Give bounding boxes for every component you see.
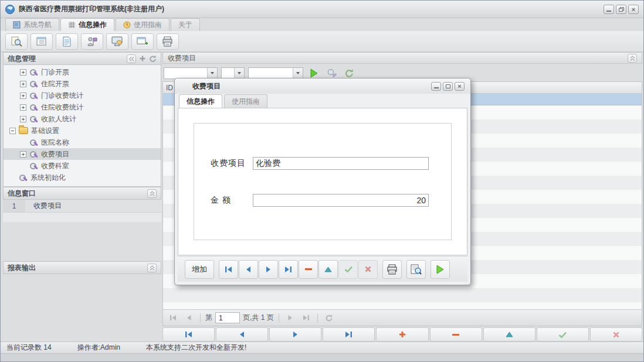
nav-last-button[interactable] (279, 260, 298, 279)
organization-button[interactable] (81, 33, 103, 50)
sidebar: 信息管理 +门诊开票 +住院开票 +门诊收费统计 +住院收费统计 +收款人统计 … (3, 52, 161, 341)
page-number-input[interactable] (215, 312, 240, 323)
dialog-maximize-button[interactable] (443, 82, 453, 91)
info-window-row[interactable]: 1 收费项目 (3, 200, 161, 213)
new-window-button[interactable] (131, 33, 154, 50)
expand-plus-icon[interactable]: + (20, 104, 26, 111)
print-record-button[interactable] (382, 260, 402, 279)
list-view-button[interactable] (30, 33, 53, 50)
record-last-button[interactable] (323, 327, 375, 341)
tab-about[interactable]: 关于 (171, 18, 200, 31)
document-button[interactable] (56, 33, 78, 50)
confirm-button[interactable] (338, 260, 358, 279)
dialog-minimize-button[interactable] (431, 82, 441, 91)
restore-button[interactable] (616, 5, 626, 14)
edit-up-icon (324, 267, 332, 272)
expand-plus-icon[interactable]: + (20, 93, 26, 99)
tree-item-outpatient-billing[interactable]: +门诊开票 (4, 66, 161, 78)
search-button[interactable] (5, 33, 28, 50)
print-button[interactable] (157, 33, 179, 50)
dialog-tab-info-operation[interactable]: 信息操作 (179, 94, 222, 108)
expand-plus-icon[interactable]: + (20, 116, 26, 122)
add-icon[interactable] (139, 55, 146, 62)
confirm-check-icon (558, 332, 567, 338)
filter-combo-1[interactable] (164, 67, 218, 79)
dialog-tab-user-guide[interactable]: 使用指南 (224, 94, 267, 108)
add-record-button[interactable]: 增加 (185, 260, 214, 279)
record-confirm-button[interactable] (537, 327, 589, 341)
edit-record-button[interactable] (318, 260, 338, 279)
close-icon: × (457, 83, 461, 89)
dialog-title-bar[interactable]: 收费项目 × (175, 78, 470, 94)
record-first-button[interactable] (162, 327, 215, 341)
minimize-button[interactable] (604, 5, 614, 14)
collapse-minus-icon[interactable]: − (9, 128, 16, 134)
sidebar-collapse-button[interactable] (127, 54, 136, 63)
tool-icon (29, 91, 38, 100)
expand-plus-icon[interactable]: + (20, 69, 26, 76)
record-cancel-button[interactable] (590, 327, 642, 341)
tree-item-outpatient-stats[interactable]: +门诊收费统计 (4, 90, 161, 101)
content-collapse-button[interactable] (628, 54, 637, 63)
nav-last-icon (303, 315, 310, 321)
info-management-header: 信息管理 (3, 52, 161, 65)
report-output-header: 报表输出 (3, 261, 161, 274)
page-first-button[interactable] (167, 312, 179, 324)
collapse-up-icon (630, 56, 635, 61)
status-message: 本系统支持二次开发和全新开发! (146, 343, 246, 353)
tool-icon (29, 115, 38, 124)
cancel-button[interactable] (358, 260, 378, 279)
record-next-button[interactable] (269, 327, 321, 341)
tree-item-payee-stats[interactable]: +收款人统计 (4, 113, 161, 125)
tab-info-operation[interactable]: 信息操作 (60, 18, 114, 31)
print-preview-button[interactable] (406, 260, 426, 279)
info-window-collapse-button[interactable] (147, 189, 157, 198)
report-output-collapse-button[interactable] (147, 264, 157, 272)
tab-system-nav[interactable]: 系统导航 (5, 18, 59, 31)
tree-item-fee-department[interactable]: 收费科室 (4, 160, 161, 172)
dialog-tab-strip: 信息操作 使用指南 (175, 94, 470, 108)
dialog-close-button[interactable]: × (455, 82, 465, 91)
filter-combo-2[interactable] (221, 67, 245, 79)
page-prev-button[interactable] (182, 312, 195, 324)
nav-prev-button[interactable] (239, 260, 258, 279)
close-button[interactable]: × (628, 5, 639, 14)
expand-plus-icon[interactable]: + (20, 151, 26, 158)
tab-user-guide[interactable]: 使用指南 (116, 18, 170, 31)
dialog-toolbar: 增加 (178, 256, 467, 282)
tree-item-fee-items[interactable]: +收费项目 (4, 148, 161, 160)
app-window: { "window": { "title": "陕西省医疗费用票据打印管理系统(… (0, 0, 644, 362)
record-delete-button[interactable] (430, 327, 482, 341)
amount-input[interactable] (253, 194, 429, 207)
record-add-button[interactable] (376, 327, 428, 341)
paging-toolbar: 第 页,共 1 页 (162, 310, 642, 326)
nav-first-button[interactable] (219, 260, 238, 279)
tool-icon (29, 150, 38, 159)
nav-last-icon (345, 331, 352, 338)
filter-combo-3[interactable] (248, 67, 303, 79)
fee-item-input[interactable] (253, 157, 429, 170)
delete-record-button[interactable] (299, 260, 318, 279)
tree-item-system-init[interactable]: 系统初始化 (4, 172, 161, 183)
tool-icon (29, 138, 38, 147)
run-play-icon (436, 265, 445, 274)
nav-first-icon (185, 331, 192, 338)
tree-item-basic-settings[interactable]: −基础设置 (4, 125, 161, 136)
page-refresh-button[interactable] (323, 312, 335, 324)
confirm-check-icon (344, 266, 352, 272)
page-next-button[interactable] (284, 312, 297, 324)
pager-prefix-label: 第 (205, 313, 212, 323)
page-last-button[interactable] (300, 312, 313, 324)
tree-item-hospital-name[interactable]: 医院名称 (4, 136, 161, 148)
refresh-icon (344, 69, 354, 78)
nav-next-button[interactable] (259, 260, 278, 279)
search-document-icon (11, 36, 22, 47)
record-prev-button[interactable] (216, 327, 268, 341)
tree-item-inpatient-billing[interactable]: +住院开票 (4, 78, 161, 90)
run-button[interactable] (431, 260, 450, 279)
monitor-button[interactable] (106, 33, 128, 50)
record-edit-button[interactable] (483, 327, 535, 341)
tree-item-inpatient-stats[interactable]: +住院收费统计 (4, 101, 161, 113)
expand-plus-icon[interactable]: + (20, 81, 26, 87)
refresh-icon[interactable] (149, 55, 157, 63)
